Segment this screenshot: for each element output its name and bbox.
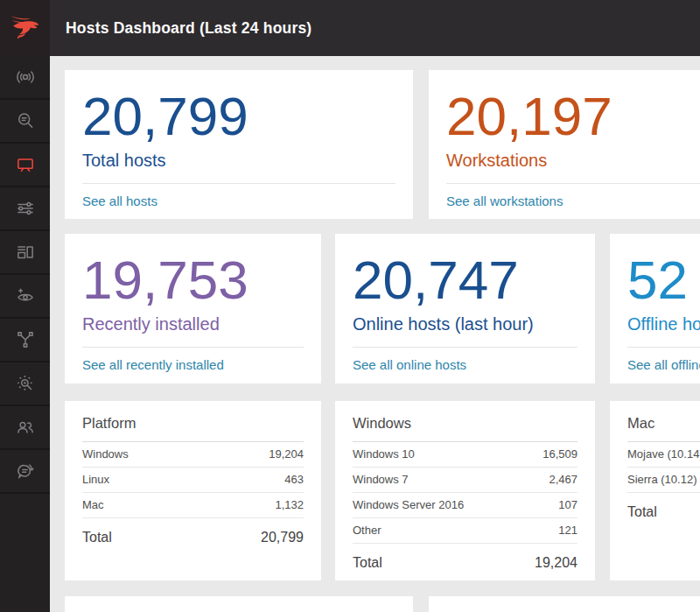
stat-card-online-hosts: 20,747Online hosts (last hour)See all on… — [335, 234, 595, 383]
table-card-mac: MacMojave (10.14)Sierra (10.12)Total — [610, 401, 700, 580]
total-value: 20,799 — [261, 529, 304, 546]
sidebar-item-investigate[interactable] — [0, 100, 50, 144]
row-label: Other — [353, 524, 382, 538]
stat-value: 52 — [627, 251, 700, 309]
total-label: Total — [82, 529, 112, 546]
table-row: Sierra (10.12) — [627, 468, 700, 493]
sliders-icon — [14, 197, 37, 220]
stat-card-offline-hosts: 52Offline hosts (last hour)See all offli… — [610, 234, 700, 383]
row-label: Linux — [82, 473, 109, 487]
see-all-online-hosts-link[interactable]: See all online hosts — [353, 348, 578, 383]
page-title: Hosts Dashboard (Last 24 hours) — [66, 19, 312, 38]
target-icon — [14, 372, 37, 395]
row-value: 1,132 — [275, 498, 304, 512]
sidebar — [0, 0, 50, 612]
crowdstrike-logo[interactable] — [0, 0, 50, 56]
total-value: 19,204 — [535, 554, 578, 572]
table-row: Mojave (10.14) — [627, 442, 700, 468]
sidebar-item-dashboards[interactable] — [0, 231, 50, 275]
see-all-workstations-link[interactable]: See all workstations — [446, 184, 700, 219]
bottom-card-2 — [429, 596, 700, 612]
sidebar-item-discover[interactable] — [0, 275, 50, 319]
stat-label: Workstations — [446, 150, 700, 171]
stat-value: 20,747 — [353, 251, 578, 309]
stat-card-total-hosts: 20,799Total hostsSee all hosts — [65, 70, 413, 219]
falcon-icon — [8, 12, 43, 44]
table-title: Platform — [82, 413, 304, 433]
table-row: Other121 — [353, 518, 578, 544]
row-label: Windows Server 2016 — [353, 498, 464, 512]
row-value: 16,509 — [542, 447, 578, 461]
sidebar-nav — [0, 56, 50, 494]
branch-icon — [14, 328, 37, 351]
table-title: Mac — [627, 413, 700, 433]
row-label: Windows 7 — [353, 473, 409, 487]
bottom-card-1 — [65, 596, 413, 612]
row-label: Windows — [82, 447, 129, 461]
stat-label: Recently installed — [82, 313, 304, 334]
table-card-windows: WindowsWindows 1016,509Windows 72,467Win… — [335, 401, 595, 580]
activity-icon — [14, 66, 37, 88]
stat-label: Offline hosts (last hour) — [627, 313, 700, 334]
sidebar-item-hosts[interactable] — [0, 144, 50, 187]
row-label: Mojave (10.14) — [627, 447, 700, 461]
chat-icon — [14, 460, 37, 482]
eye-icon — [14, 285, 37, 307]
row-value: 19,204 — [269, 447, 304, 461]
row-value: 107 — [558, 498, 578, 512]
search-icon — [14, 109, 37, 132]
sidebar-item-activity[interactable] — [0, 56, 50, 100]
panels-icon — [14, 241, 37, 264]
stat-label: Total hosts — [82, 150, 396, 171]
row-value: 121 — [558, 524, 578, 538]
stat-card-recently-installed: 19,753Recently installedSee all recently… — [65, 234, 321, 383]
sidebar-item-intelligence[interactable] — [0, 362, 50, 406]
monitor-icon — [14, 153, 37, 176]
table-row: Windows 72,467 — [353, 468, 578, 493]
row-label: Mac — [82, 498, 104, 512]
stat-value: 19,753 — [82, 251, 304, 309]
row-value: 2,467 — [549, 473, 578, 487]
sidebar-item-configuration[interactable] — [0, 187, 50, 231]
stat-value: 20,799 — [82, 88, 396, 145]
stat-card-workstations: 20,197WorkstationsSee all workstations — [429, 70, 700, 219]
see-all-offline-hosts-link[interactable]: See all offline hosts — [627, 348, 700, 383]
total-label: Total — [353, 554, 382, 572]
total-label: Total — [627, 503, 657, 521]
sidebar-item-users[interactable] — [0, 406, 50, 450]
row-value: 463 — [284, 473, 304, 487]
table-total-row: Total19,204 — [353, 554, 578, 572]
row-label: Sierra (10.12) — [627, 473, 696, 487]
table-row: Linux463 — [82, 468, 304, 493]
stat-label: Online hosts (last hour) — [353, 313, 578, 334]
users-icon — [14, 416, 37, 439]
table-total-row: Total20,799 — [82, 529, 304, 546]
table-row: Mac1,132 — [82, 493, 304, 518]
stat-value: 20,197 — [446, 88, 700, 145]
table-row: Windows Server 2016107 — [353, 493, 578, 518]
table-row: Windows 1016,509 — [353, 442, 578, 468]
row-label: Windows 10 — [353, 447, 415, 461]
table-row: Windows19,204 — [82, 442, 304, 468]
hosts-dashboard-window: { "header": { "title": "Hosts Dashboard … — [0, 0, 700, 612]
table-total-row: Total — [627, 503, 700, 521]
sidebar-item-workflows[interactable] — [0, 319, 50, 362]
see-all-recently-installed-link[interactable]: See all recently installed — [82, 348, 304, 383]
table-card-platform: PlatformWindows19,204Linux463Mac1,132Tot… — [65, 401, 321, 580]
table-title: Windows — [353, 413, 578, 433]
header: Hosts Dashboard (Last 24 hours) — [50, 0, 700, 56]
sidebar-item-support[interactable] — [0, 450, 50, 494]
see-all-total-hosts-link[interactable]: See all hosts — [82, 184, 396, 219]
